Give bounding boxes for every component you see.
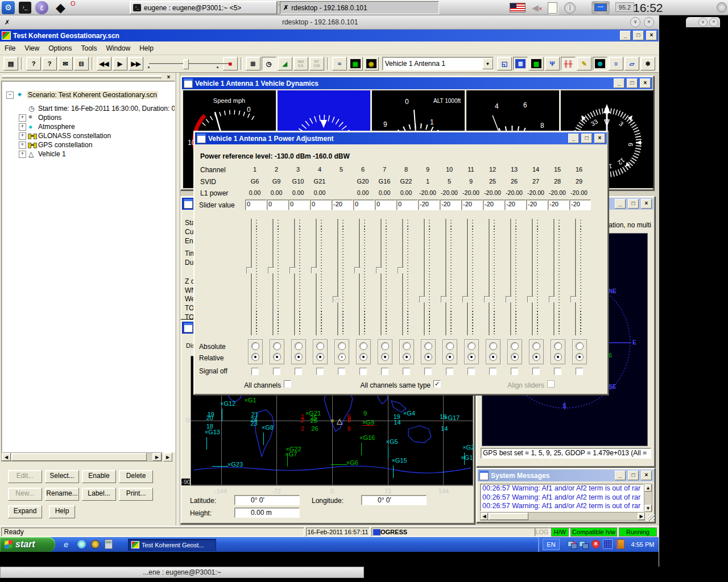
menu-view[interactable]: View — [20, 43, 44, 54]
signal-off-checkbox[interactable] — [251, 368, 259, 375]
address-book-icon[interactable] — [617, 539, 624, 549]
tree-item-atmosphere[interactable]: +●Atmosphere — [2, 122, 175, 131]
expand-panel-icon[interactable]: ▶ — [163, 452, 172, 462]
inkscape-icon[interactable]: ◆ — [53, 1, 68, 15]
scroll-left-icon[interactable]: ◀ — [481, 513, 488, 520]
help-button[interactable]: Help — [49, 505, 75, 518]
signal-off-checkbox[interactable] — [532, 368, 540, 375]
dock-handle[interactable] — [2, 75, 162, 78]
relative-radio[interactable] — [338, 353, 346, 361]
relative-radio[interactable] — [511, 353, 519, 361]
absolute-radio[interactable] — [489, 342, 497, 350]
slider-value-input[interactable]: -20 — [569, 199, 591, 210]
chevron-down-icon[interactable]: ▼ — [482, 58, 493, 69]
height-field[interactable]: 0.00 m — [234, 508, 300, 518]
longitude-field[interactable]: 0° 0' — [361, 495, 427, 505]
nmea-button[interactable]: NMEA — [293, 57, 308, 70]
scroll-down-icon[interactable]: ▼ — [644, 505, 652, 512]
signal-off-checkbox[interactable] — [489, 368, 497, 375]
map-button[interactable]: ▦ — [529, 57, 544, 70]
slider-value-input[interactable]: 0 — [267, 199, 288, 210]
messages-vscrollbar[interactable]: ▲ ▼ — [644, 484, 652, 512]
menu-tools[interactable]: Tools — [77, 43, 102, 54]
slider-value-input[interactable]: 0 — [288, 199, 310, 210]
power-sliders-button[interactable]: ╫╫ — [561, 57, 576, 70]
relative-radio[interactable] — [468, 353, 475, 361]
restore-button[interactable]: □ — [633, 31, 644, 40]
tray-clock[interactable]: 4:55 PM — [627, 537, 659, 552]
label-button[interactable]: Label... — [82, 488, 116, 501]
relative-radio[interactable] — [403, 353, 411, 361]
relative-radio[interactable] — [532, 353, 540, 361]
close-button[interactable]: × — [640, 78, 651, 88]
splitter[interactable] — [176, 73, 180, 526]
bottom-window-bar[interactable]: ...ene : eugene@P3001:~ — [0, 567, 364, 578]
relative-radio[interactable] — [316, 353, 324, 361]
minimize-button[interactable]: _ — [615, 471, 626, 480]
scroll-right-icon[interactable]: ▶ — [152, 453, 162, 461]
relative-radio[interactable] — [554, 353, 562, 361]
tree-item-start[interactable]: ◷Start time: 16-Feb-2011 16:30:00, Durat… — [2, 104, 175, 113]
enable-button[interactable]: Enable — [82, 470, 116, 483]
close-button[interactable]: × — [641, 471, 652, 480]
absolute-radio[interactable] — [338, 342, 346, 350]
ie-icon[interactable]: e — [64, 539, 73, 549]
message-row[interactable]: 00:26:57 Warning: Af1 and/or Af2 term is… — [482, 502, 643, 511]
scroll-left-icon[interactable]: ◀ — [2, 453, 11, 461]
messages-list[interactable]: 00:26:57 Warning: Af1 and/or Af2 term is… — [480, 484, 644, 512]
slider-value-input[interactable]: -20 — [418, 199, 440, 210]
info-icon[interactable]: i — [564, 2, 576, 14]
dynamics-titlebar[interactable]: Vehicle 1 Antenna 1 Vehicle Dynamics _ □… — [182, 77, 652, 89]
absolute-radio[interactable] — [381, 342, 389, 350]
relative-radio[interactable] — [251, 353, 259, 361]
slider-value-input[interactable]: 0 — [375, 199, 396, 210]
security-alert-icon[interactable]: × — [592, 540, 600, 548]
signal-off-checkbox[interactable] — [295, 368, 302, 375]
align-sliders-checkbox[interactable] — [547, 380, 555, 388]
trackbar-thumb[interactable] — [183, 59, 189, 69]
opera-icon[interactable]: O — [71, 0, 86, 15]
shade-icon[interactable]: ∨ — [698, 18, 708, 27]
relative-radio[interactable] — [446, 353, 454, 361]
menu-options[interactable]: Options — [44, 43, 76, 54]
signal-off-checkbox[interactable] — [338, 368, 345, 375]
slider-value-input[interactable]: 0 — [310, 199, 332, 210]
absolute-radio[interactable] — [403, 342, 411, 350]
signal-off-checkbox[interactable] — [273, 368, 280, 375]
slider-value-input[interactable]: 0 — [353, 199, 375, 210]
elevation-mask-button[interactable]: ◢ — [278, 57, 292, 70]
rtcm-button[interactable]: RTCM — [309, 57, 324, 70]
relative-radio[interactable] — [424, 353, 432, 361]
minimize-button[interactable]: _ — [615, 199, 626, 209]
start-button[interactable]: start — [0, 537, 55, 552]
context-help-button[interactable]: ? — [42, 57, 57, 70]
wheel-button[interactable]: ⊛ — [593, 57, 607, 70]
expand-expander[interactable]: + — [19, 151, 26, 158]
tree-toggle-button[interactable]: ⊞ — [246, 57, 260, 70]
signal-off-checkbox[interactable] — [554, 368, 561, 375]
network-offline-icon[interactable]: × — [568, 540, 577, 548]
restore-button[interactable]: □ — [627, 78, 638, 88]
tree-hscrollbar[interactable]: ◀ ▶ — [1, 452, 162, 462]
expand-expander[interactable]: + — [19, 132, 26, 140]
relative-radio[interactable] — [273, 353, 281, 361]
expand-expander[interactable]: + — [19, 123, 26, 131]
menu-window[interactable]: Window — [102, 43, 135, 54]
signal-off-checkbox[interactable] — [359, 368, 367, 375]
message-row[interactable]: 00:26:57 Warning: Af1 and/or Af2 term is… — [482, 484, 643, 493]
time-trackbar[interactable] — [147, 57, 220, 70]
minimize-button[interactable]: _ — [620, 31, 631, 40]
shade-icon[interactable]: ∨ — [630, 17, 640, 27]
display-settings-icon[interactable] — [592, 1, 610, 14]
vehicle-combobox[interactable]: Vehicle 1 Antenna 1▼ — [382, 57, 494, 70]
slider-value-input[interactable]: -20 — [461, 199, 483, 210]
scroll-up-icon[interactable]: ▲ — [644, 484, 652, 492]
volume-muted-icon[interactable]: ◀× — [528, 2, 542, 14]
emacs-icon[interactable]: ε — [35, 1, 48, 14]
play-button[interactable]: ▶ — [113, 57, 127, 70]
absolute-radio[interactable] — [251, 342, 259, 350]
latitude-field[interactable]: 0° 0' — [234, 495, 300, 505]
tree-item-vehicle[interactable]: +△Vehicle 1 — [2, 149, 175, 159]
minimize-button[interactable]: _ — [568, 134, 579, 143]
messenger-icon[interactable] — [77, 540, 86, 548]
